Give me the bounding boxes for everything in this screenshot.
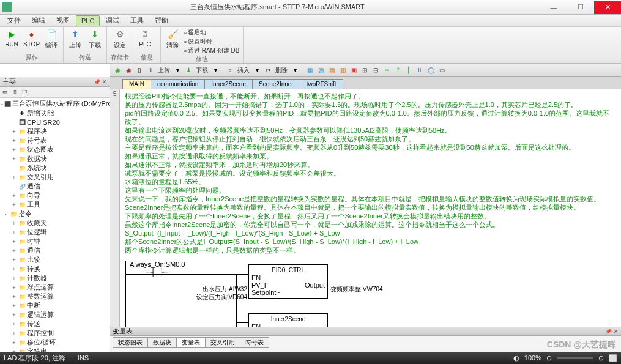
tree-node[interactable]: 🔲CPU SR20 <box>0 117 110 127</box>
ribbon-设定[interactable]: ⚙设定 <box>112 28 128 50</box>
tree-node[interactable]: +📁转换 <box>0 264 110 273</box>
menu-帮助[interactable]: 帮助 <box>150 15 173 26</box>
minimize-button[interactable]: — <box>540 1 567 14</box>
tree-node[interactable]: +📁通信 <box>0 246 110 255</box>
tree-node[interactable]: +📁中断 <box>0 301 110 310</box>
status-icon: ◐ <box>513 354 519 362</box>
close-button[interactable]: ✕ <box>594 1 621 14</box>
insert-icon[interactable]: ⎀ <box>225 65 235 75</box>
zoom-out-icon[interactable]: ⊖ <box>546 354 552 362</box>
tool-icon[interactable]: ━ <box>382 65 392 75</box>
tool-icon[interactable]: ▤ <box>327 65 337 75</box>
tree-node[interactable]: +📁工具 <box>0 200 110 209</box>
tree-node[interactable]: +📁计数器 <box>0 273 110 283</box>
tool-icon[interactable]: ┃ <box>404 65 414 75</box>
tool-icon[interactable]: ▭ <box>1 87 9 96</box>
tree-node[interactable]: 🔗通信 <box>0 182 110 191</box>
tree-node[interactable]: +📁传送 <box>0 319 110 329</box>
tree-node[interactable]: +📁收藏夹 <box>0 218 110 228</box>
ribbon-mini[interactable]: ▫暖启动 <box>184 28 239 37</box>
bottom-panel-title: 变量表 <box>113 327 133 336</box>
tool-icon[interactable]: ▥ <box>338 65 348 75</box>
project-tree-panel: 主要📌 ✕ ▭ ▯ ⬚ -⬛三台泵恒压供水站程序 (D:\MyProject..… <box>0 77 110 356</box>
comment-line: 先来说一下，我的库指令，Inner2Scene是把整数的量程转换为实数的量程。具… <box>125 195 616 203</box>
tree-node[interactable]: ✚新增功能 <box>0 108 110 117</box>
tool-icon[interactable]: ⊞ <box>360 65 370 75</box>
tree-node[interactable]: +📁比较 <box>0 255 110 264</box>
menu-调试[interactable]: 调试 <box>101 15 124 26</box>
panel-pin-icon[interactable]: 📌 ✕ <box>94 79 107 85</box>
tool-icon[interactable]: ◉ <box>124 65 133 75</box>
menu-视图[interactable]: 视图 <box>51 15 75 26</box>
ribbon-STOP[interactable]: ●STOP <box>23 28 40 48</box>
ribbon-RUN[interactable]: ▶RUN <box>4 28 20 48</box>
comment-line: 根据经验PID指令使能要一直接通，不能断开。如果断开，再接通也不起作用了。 <box>125 92 616 100</box>
tab-Inner2Scene[interactable]: Inner2Scene <box>204 79 253 89</box>
ribbon-编译[interactable]: 📄编译 <box>43 28 59 50</box>
panel-close-icon[interactable]: 📌 ✕ <box>605 329 619 335</box>
bottom-tab-状态图表[interactable]: 状态图表 <box>113 337 148 348</box>
upload-icon[interactable]: ⬆ <box>146 65 155 75</box>
maximize-button[interactable]: ☐ <box>567 1 594 14</box>
bottom-tab-交叉引用[interactable]: 交叉引用 <box>205 337 240 348</box>
comment-line: 那个Scene2Inner的公式是I_Output=(S_Input - S_L… <box>125 237 616 246</box>
function-block-inner2scene[interactable]: Inner2Scene EN I_InputS_Output I_High I_… <box>248 313 328 327</box>
menu-编辑[interactable]: 编辑 <box>27 15 50 26</box>
tool-icon[interactable]: ⬚ <box>20 87 29 96</box>
tree-node[interactable]: +📁状态图表 <box>0 145 110 154</box>
tool-icon[interactable]: ◯ <box>426 65 436 75</box>
tab-MAIN[interactable]: MAIN <box>122 79 151 89</box>
tool-icon[interactable]: ⤴ <box>393 65 403 75</box>
tree-node[interactable]: -📁指令 <box>0 209 110 218</box>
ribbon-PLC[interactable]: 🖥PLC <box>137 28 153 48</box>
menu-工具[interactable]: 工具 <box>125 15 149 26</box>
tab-twoRFShift[interactable]: twoRFShift <box>300 79 343 89</box>
tool-icon[interactable]: ◉ <box>113 65 122 75</box>
bottom-tab-符号表[interactable]: 符号表 <box>240 337 269 348</box>
status-bar: LAD 程序段 20, 注释 INS ◐ 100% ⊖ ⊕ ⬜ <box>0 352 621 364</box>
tree-node[interactable]: +📁整数运算 <box>0 292 110 301</box>
tab-Scene2Inner[interactable]: Scene2Inner <box>252 79 300 89</box>
tree-node[interactable]: +📁程序块 <box>0 127 110 136</box>
ribbon-清除[interactable]: 🧹清除 <box>165 28 180 50</box>
tree-node[interactable]: +📁数据块 <box>0 154 110 163</box>
ribbon-mini[interactable]: ▫设置时钟 <box>184 37 239 46</box>
zoom-slider[interactable] <box>557 357 593 359</box>
status-icon[interactable]: ⬜ <box>609 354 617 362</box>
titlebar: 三台泵恒压供水站程序.smart - STEP 7-Micro/WIN SMAR… <box>0 0 621 15</box>
tree-node[interactable]: +📁逻辑运算 <box>0 310 110 319</box>
delete-icon[interactable]: ✂ <box>263 65 273 75</box>
tree-node[interactable]: 📁系统块 <box>0 163 110 173</box>
tool-icon[interactable]: ⊣⊢ <box>415 65 425 75</box>
ribbon-mini[interactable]: ▫通过 RAM 创建 DB <box>184 46 239 55</box>
tool-icon[interactable]: ▯ <box>135 65 144 75</box>
bottom-tab-数据块[interactable]: 数据块 <box>147 337 177 348</box>
editor-toolbar: ◉ ◉ ▯ ⬆上传▾ ⬇下载▾ ⎀插入▾ ✂删除▾ ▦ ▧ ▤ ▥ ▣ ⊞ ⊟ … <box>110 64 621 77</box>
tree-node[interactable]: +📁符号表 <box>0 136 110 145</box>
tool-icon[interactable]: ▦ <box>305 65 314 75</box>
tree-node[interactable]: +📁时钟 <box>0 237 110 246</box>
tree-node[interactable]: +📁位逻辑 <box>0 228 110 237</box>
function-block-pid[interactable]: PID0_CTRL EN PV_IOutput Setpoint~ <box>248 264 328 299</box>
download-icon[interactable]: ⬇ <box>184 65 193 75</box>
ladder-editor[interactable]: 5 根据经验PID指令使能要一直接通，不能断开。如果断开，再接通也不起作用了。换… <box>110 89 621 327</box>
tree-node[interactable]: +📁浮点运算 <box>0 283 110 292</box>
ribbon-下载[interactable]: ⬇下载 <box>87 28 103 50</box>
tool-icon[interactable]: ▧ <box>316 65 325 75</box>
tool-icon[interactable]: ▯ <box>10 87 19 96</box>
menu-文件[interactable]: 文件 <box>2 15 26 26</box>
sidebar-toolbar: ▭ ▯ ⬚ <box>0 87 110 98</box>
bottom-tab-变量表[interactable]: 变量表 <box>176 337 206 348</box>
tool-icon[interactable]: ⊟ <box>371 65 381 75</box>
tree-node[interactable]: +📁向导 <box>0 191 110 200</box>
tree-node[interactable]: +📁程序控制 <box>0 329 110 338</box>
tool-icon[interactable]: ▣ <box>349 65 359 75</box>
tab-communication[interactable]: communication <box>151 79 205 89</box>
menu-PLC[interactable]: PLC <box>76 15 100 26</box>
project-tree[interactable]: -⬛三台泵恒压供水站程序 (D:\MyProject... ✚新增功能🔲CPU … <box>0 98 110 356</box>
tree-node[interactable]: +📁交叉引用 <box>0 173 110 182</box>
tool-icon[interactable]: ▭ <box>437 65 447 75</box>
zoom-in-icon[interactable]: ⊕ <box>598 354 604 362</box>
tree-node[interactable]: +📁移位/循环 <box>0 338 110 347</box>
ribbon-上传[interactable]: ⬆上传 <box>67 28 83 50</box>
